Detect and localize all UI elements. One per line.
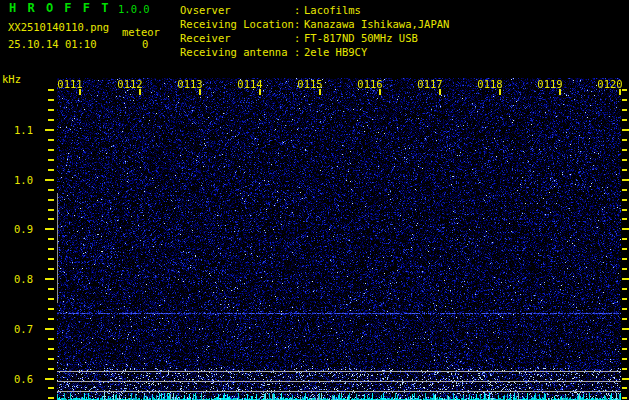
freq-minor-tick [48,358,54,360]
freq-minor-tick [622,387,627,389]
info-row: Receiver:FT-817ND 50MHz USB [180,32,449,46]
freq-minor-tick [622,298,627,300]
freq-minor-tick [48,99,54,101]
time-tick [499,89,501,95]
freq-minor-tick [48,89,54,91]
freq-minor-tick [622,149,627,151]
spectrogram-canvas [57,78,621,400]
freq-minor-tick [48,308,54,310]
time-tick [619,89,621,95]
time-tick [139,89,141,95]
freq-minor-tick [48,139,54,141]
freq-minor-tick [622,199,627,201]
info-separator: : [294,4,304,16]
info-separator: : [294,46,304,58]
freq-label: 1.0 [2,174,33,186]
time-tick [319,89,321,95]
info-label: Receiving antenna [180,46,294,58]
time-tick [559,89,561,95]
app-version: 1.0.0 [118,3,150,15]
freq-minor-tick [622,368,627,370]
freq-minor-tick [622,397,627,399]
freq-major-tick [622,179,629,181]
freq-major-tick [45,129,54,131]
freq-minor-tick [48,288,54,290]
info-value: FT-817ND 50MHz USB [304,32,418,44]
info-value: Kanazawa Ishikawa,JAPAN [304,18,449,30]
freq-label: 0.9 [2,223,33,235]
freq-minor-tick [48,397,54,399]
freq-major-tick [45,378,54,380]
info-row: Receiving Location:Kanazawa Ishikawa,JAP… [180,18,449,32]
info-value: Lacofilms [304,4,361,16]
freq-minor-tick [622,358,627,360]
freq-major-tick [622,378,629,380]
freq-minor-tick [48,199,54,201]
freq-minor-tick [622,139,627,141]
timestamp: 25.10.14 01:10 [8,38,97,50]
info-table: Ovserver:LacofilmsReceiving Location:Kan… [180,4,449,60]
time-tick [439,89,441,95]
info-label: Receiver [180,32,294,44]
info-label: Receiving Location [180,18,294,30]
freq-minor-tick [622,169,627,171]
freq-minor-tick [622,119,627,121]
freq-label: 0.8 [2,273,33,285]
freq-minor-tick [622,218,627,220]
freq-major-tick [622,278,629,280]
freq-major-tick [622,328,629,330]
freq-label: 1.1 [2,124,33,136]
freq-major-tick [622,129,629,131]
freq-minor-tick [48,189,54,191]
time-tick [199,89,201,95]
freq-minor-tick [622,209,627,211]
time-tick [259,89,261,95]
freq-major-tick [45,179,54,181]
info-row: Receiving antenna:2ele HB9CY [180,46,449,60]
freq-major-tick [45,278,54,280]
info-separator: : [294,18,304,30]
freq-minor-tick [48,218,54,220]
freq-minor-tick [48,318,54,320]
freq-minor-tick [48,248,54,250]
freq-major-tick [622,228,629,230]
info-row: Ovserver:Lacofilms [180,4,449,18]
freq-minor-tick [622,338,627,340]
freq-minor-tick [622,268,627,270]
freq-minor-tick [622,258,627,260]
freq-minor-tick [48,258,54,260]
freq-minor-tick [48,338,54,340]
freq-major-tick [45,328,54,330]
freq-minor-tick [622,348,627,350]
time-tick [79,89,81,95]
freq-minor-tick [622,159,627,161]
freq-minor-tick [622,109,627,111]
freq-minor-tick [622,248,627,250]
freq-minor-tick [622,288,627,290]
time-tick [379,89,381,95]
freq-minor-tick [48,149,54,151]
info-value: 2ele HB9CY [304,46,367,58]
freq-minor-tick [48,268,54,270]
file-name: XX2510140110.png [8,21,109,33]
hrofft-window: H R O F F T 1.0.0 XX2510140110.png meteo… [0,0,629,400]
freq-minor-tick [48,159,54,161]
khz-unit-label: kHz [2,73,21,85]
meteor-count: 0 [142,38,148,50]
freq-minor-tick [622,189,627,191]
freq-minor-tick [48,368,54,370]
freq-major-tick [45,228,54,230]
freq-minor-tick [48,387,54,389]
freq-minor-tick [48,109,54,111]
freq-minor-tick [48,238,54,240]
info-label: Ovserver [180,4,294,16]
freq-minor-tick [48,209,54,211]
freq-minor-tick [622,308,627,310]
mode-label: meteor [122,26,160,38]
freq-minor-tick [48,298,54,300]
freq-minor-tick [48,119,54,121]
freq-label: 0.6 [2,373,33,385]
info-separator: : [294,32,304,44]
freq-minor-tick [622,238,627,240]
freq-minor-tick [622,318,627,320]
